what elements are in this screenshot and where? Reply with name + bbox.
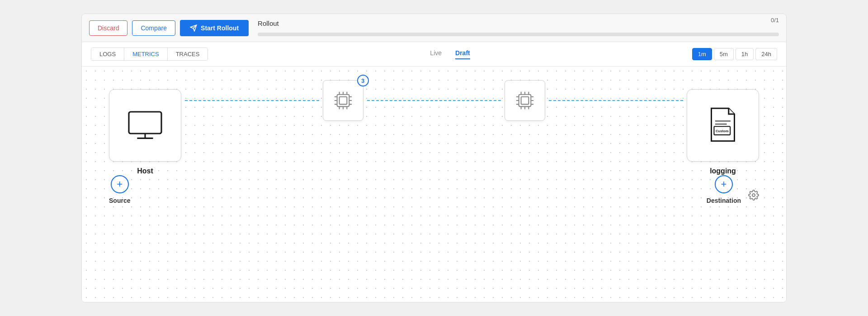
svg-rect-20 <box>521 97 529 105</box>
svg-rect-6 <box>339 97 347 105</box>
discard-button[interactable]: Discard <box>89 20 127 36</box>
time-btn-24h[interactable]: 24h <box>755 48 777 60</box>
rollout-title: Rollout <box>258 19 279 27</box>
pipeline-canvas: Host <box>82 67 786 302</box>
tab-logs[interactable]: LOGS <box>91 48 124 60</box>
destination-node[interactable]: Custom logging <box>687 89 759 175</box>
tab-live[interactable]: Live <box>430 49 442 59</box>
source-node-label: Host <box>137 167 153 175</box>
monitor-icon <box>127 110 163 141</box>
top-bar: Discard Compare Start Rollout Rollout 0/… <box>82 14 786 42</box>
chip-icon-1 <box>332 89 354 112</box>
tab-draft[interactable]: Draft <box>455 49 470 59</box>
destination-node-label: logging <box>710 167 736 175</box>
add-source-label: Source <box>109 197 130 204</box>
processor-wrapper-2 <box>505 80 545 121</box>
rollout-progress-bar <box>258 33 779 36</box>
processor-wrapper-1: 3 <box>323 80 363 121</box>
left-tabs: LOGS METRICS TRACES <box>91 48 208 61</box>
add-destination-label: Destination <box>707 197 741 204</box>
connector-1 <box>185 100 319 101</box>
tab-traces[interactable]: TRACES <box>168 48 208 60</box>
processor-node-1[interactable]: 3 <box>323 80 363 121</box>
gear-icon <box>748 190 759 201</box>
connector-3 <box>549 100 683 101</box>
tab-bar: LOGS METRICS TRACES Live Draft 1m 5m 1h … <box>82 42 786 67</box>
custom-document-icon: Custom <box>705 106 741 145</box>
bottom-row: + Source + Destination <box>82 175 786 213</box>
pipeline-main: Host <box>82 80 786 175</box>
add-source-circle[interactable]: + <box>111 175 129 193</box>
processor-badge-1: 3 <box>357 75 369 86</box>
start-rollout-button[interactable]: Start Rollout <box>180 20 249 36</box>
center-tabs: Live Draft <box>208 49 692 59</box>
connector-2 <box>367 100 501 101</box>
tab-metrics[interactable]: METRICS <box>124 48 168 60</box>
processor-card-2[interactable] <box>505 80 545 121</box>
rollout-count: 0/1 <box>771 17 779 24</box>
send-icon <box>190 24 197 32</box>
settings-button[interactable] <box>748 190 759 202</box>
destination-node-card[interactable]: Custom <box>687 89 759 162</box>
compare-button[interactable]: Compare <box>132 20 175 36</box>
source-node-card[interactable] <box>109 89 181 162</box>
add-source-button[interactable]: + Source <box>109 175 130 204</box>
destination-actions: + Destination <box>707 175 759 204</box>
svg-rect-2 <box>129 112 161 134</box>
add-destination-button[interactable]: + Destination <box>707 175 741 204</box>
svg-text:Custom: Custom <box>716 129 729 133</box>
processor-card-1[interactable] <box>323 80 363 121</box>
processor-node-2[interactable] <box>505 80 545 121</box>
time-filters: 1m 5m 1h 24h <box>692 48 777 60</box>
add-destination-circle[interactable]: + <box>715 175 733 193</box>
rollout-section: Rollout 0/1 <box>258 19 779 36</box>
svg-point-37 <box>752 194 755 196</box>
time-btn-1h[interactable]: 1h <box>736 48 754 60</box>
source-node[interactable]: Host <box>109 89 181 175</box>
chip-icon-2 <box>514 89 536 112</box>
time-btn-1m[interactable]: 1m <box>692 48 712 60</box>
time-btn-5m[interactable]: 5m <box>714 48 734 60</box>
